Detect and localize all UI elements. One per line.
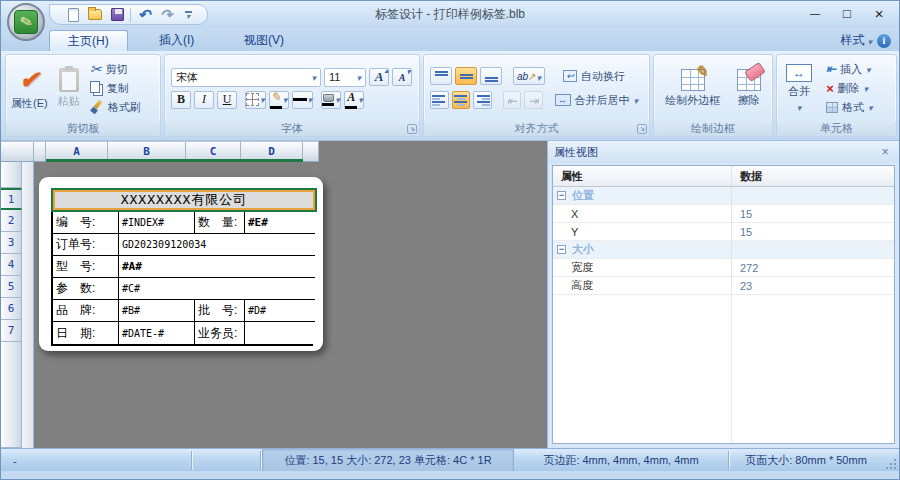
- increase-indent-button[interactable]: [524, 91, 543, 109]
- delete-cells-button[interactable]: 删除: [821, 79, 878, 98]
- column-header-tail: [303, 141, 319, 161]
- grow-font-button[interactable]: [369, 68, 389, 86]
- halign-left-button[interactable]: [430, 91, 449, 109]
- format-painter-button[interactable]: 格式刷: [85, 98, 146, 117]
- cell-label[interactable]: 业务员:: [195, 322, 245, 344]
- property-row-width[interactable]: 宽度 272: [553, 259, 894, 277]
- merge-center-button[interactable]: 合并后居中: [550, 91, 644, 110]
- cell-value[interactable]: #D#: [245, 300, 315, 322]
- paste-button[interactable]: 粘贴: [53, 65, 85, 112]
- draw-outer-border-button[interactable]: 绘制外边框: [660, 66, 725, 111]
- cell-value[interactable]: GD202309120034: [119, 234, 315, 256]
- row-header-7[interactable]: 7: [1, 320, 22, 342]
- halign-right-button[interactable]: [473, 91, 492, 109]
- font-color-button[interactable]: [344, 91, 364, 109]
- text-orientation-button[interactable]: [513, 67, 545, 85]
- row-header-4[interactable]: 4: [1, 254, 22, 276]
- collapse-icon[interactable]: [557, 245, 566, 254]
- save-button[interactable]: [108, 6, 126, 24]
- valign-top-button[interactable]: [430, 67, 452, 85]
- valign-bottom-button[interactable]: [480, 67, 502, 85]
- info-button[interactable]: i: [877, 34, 891, 48]
- property-group-position[interactable]: 位置: [553, 187, 894, 205]
- collapse-icon[interactable]: [557, 191, 566, 200]
- line-style-button[interactable]: [292, 91, 314, 109]
- valign-middle-button[interactable]: [455, 67, 477, 85]
- cell-label[interactable]: 品 牌:: [53, 300, 119, 322]
- row-header-2[interactable]: 2: [1, 210, 22, 232]
- font-size-select[interactable]: 11: [324, 68, 366, 87]
- column-header-b[interactable]: B: [108, 141, 186, 161]
- style-menu-button[interactable]: 样式: [840, 32, 872, 49]
- property-value[interactable]: 15: [731, 223, 894, 240]
- cell-value[interactable]: [245, 322, 315, 344]
- italic-button[interactable]: I: [194, 91, 214, 109]
- cell-label[interactable]: 编 号:: [53, 212, 119, 234]
- erase-border-button[interactable]: 擦除: [732, 66, 766, 111]
- panel-close-icon[interactable]: [877, 145, 893, 159]
- merge-cells-button[interactable]: 合并: [781, 61, 817, 116]
- copy-button[interactable]: 复制: [85, 79, 146, 98]
- qat-customize-button[interactable]: [179, 6, 197, 24]
- bold-button[interactable]: B: [171, 91, 191, 109]
- underline-button[interactable]: U: [217, 91, 237, 109]
- cell-value[interactable]: #A#: [119, 256, 315, 278]
- halign-center-button[interactable]: [452, 91, 471, 109]
- row-header-1[interactable]: 1: [1, 188, 22, 210]
- shrink-font-button[interactable]: [392, 68, 412, 86]
- cell-value[interactable]: #C#: [119, 278, 315, 300]
- column-header-blank[interactable]: [34, 141, 46, 161]
- attributes-button[interactable]: 属性(E): [6, 63, 53, 114]
- row-header-5[interactable]: 5: [1, 276, 22, 298]
- tab-view[interactable]: 视图(V): [226, 30, 302, 51]
- format-cells-button[interactable]: 格式: [821, 98, 878, 117]
- chevron-down-icon: [536, 67, 541, 85]
- cell-label[interactable]: 数 量:: [195, 212, 245, 234]
- borders-button[interactable]: [245, 91, 266, 109]
- label-page[interactable]: XXXXXXXX有限公司 编 号: #INDEX# 数 量: #E# 订单号: …: [39, 177, 323, 351]
- decrease-indent-button[interactable]: [503, 91, 522, 109]
- cell-value[interactable]: #DATE-#: [119, 322, 195, 344]
- cell-company-title[interactable]: XXXXXXXX有限公司: [51, 188, 317, 212]
- cell-value[interactable]: #B#: [119, 300, 195, 322]
- increase-indent-icon: [528, 91, 538, 109]
- alignment-dialog-launcher[interactable]: [637, 124, 647, 134]
- cell-label[interactable]: 参 数:: [53, 278, 119, 300]
- new-document-button[interactable]: [64, 6, 82, 24]
- column-header-c[interactable]: C: [186, 141, 241, 161]
- row-header-3[interactable]: 3: [1, 232, 22, 254]
- insert-cells-button[interactable]: 插入: [821, 60, 878, 79]
- cell-label[interactable]: 批 号:: [195, 300, 245, 322]
- cell-label[interactable]: 型 号:: [53, 256, 119, 278]
- row-header-6[interactable]: 6: [1, 298, 22, 320]
- cut-button[interactable]: 剪切: [85, 60, 146, 79]
- property-value[interactable]: 272: [731, 259, 894, 276]
- property-row-x[interactable]: X 15: [553, 205, 894, 223]
- maximize-button[interactable]: [833, 3, 861, 23]
- cell-value[interactable]: #INDEX#: [119, 212, 195, 234]
- cell-value[interactable]: #E#: [245, 212, 315, 234]
- column-header-a[interactable]: A: [46, 141, 108, 161]
- minimize-button[interactable]: [801, 3, 829, 23]
- wrap-text-button[interactable]: 自动换行: [558, 67, 630, 86]
- cell-label[interactable]: 日 期:: [53, 322, 119, 344]
- property-value[interactable]: 15: [731, 205, 894, 222]
- close-button[interactable]: [865, 3, 893, 23]
- property-group-size[interactable]: 大小: [553, 241, 894, 259]
- undo-button[interactable]: [135, 6, 153, 24]
- tab-insert[interactable]: 插入(I): [141, 30, 212, 51]
- column-header-d[interactable]: D: [241, 141, 303, 161]
- fill-color-button[interactable]: [321, 91, 341, 109]
- app-menu-button[interactable]: [7, 3, 45, 41]
- tab-home[interactable]: 主页(H): [49, 30, 128, 51]
- border-color-button[interactable]: [269, 91, 289, 109]
- open-document-button[interactable]: [86, 6, 104, 24]
- chevron-down-icon: [311, 71, 316, 83]
- font-dialog-launcher[interactable]: [407, 124, 417, 134]
- font-family-select[interactable]: 宋体: [171, 68, 321, 87]
- redo-button[interactable]: [157, 6, 175, 24]
- select-all-corner[interactable]: [1, 141, 34, 161]
- cell-label[interactable]: 订单号:: [53, 234, 119, 256]
- resize-grip[interactable]: [885, 458, 897, 470]
- property-row-y[interactable]: Y 15: [553, 223, 894, 241]
